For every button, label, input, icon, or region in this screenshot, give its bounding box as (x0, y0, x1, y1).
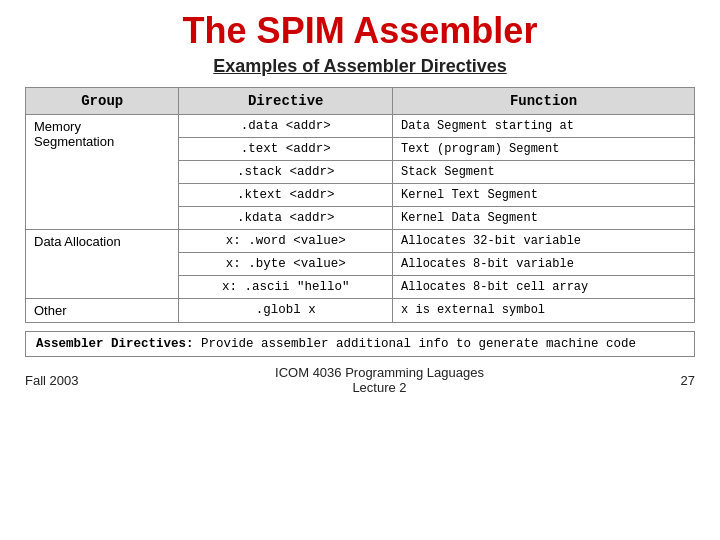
footer-right: 27 (681, 373, 695, 388)
table-row: MemorySegmentation.data <addr>Data Segme… (26, 115, 695, 138)
directive-cell: .text <addr> (179, 138, 393, 161)
directive-cell: .data <addr> (179, 115, 393, 138)
subtitle: Examples of Assembler Directives (213, 56, 506, 77)
main-title: The SPIM Assembler (183, 10, 538, 52)
function-cell: Text (program) Segment (393, 138, 695, 161)
directive-cell: .stack <addr> (179, 161, 393, 184)
group-cell: MemorySegmentation (26, 115, 179, 230)
col-header-group: Group (26, 88, 179, 115)
group-cell: Other (26, 299, 179, 323)
col-header-directive: Directive (179, 88, 393, 115)
col-header-function: Function (393, 88, 695, 115)
note-label: Assembler Directives: (36, 337, 194, 351)
directive-cell: x: .ascii "hello" (179, 276, 393, 299)
note-text: Provide assembler additional info to gen… (194, 337, 637, 351)
function-cell: Allocates 8-bit variable (393, 253, 695, 276)
function-cell: Stack Segment (393, 161, 695, 184)
function-cell: Data Segment starting at (393, 115, 695, 138)
function-cell: Kernel Data Segment (393, 207, 695, 230)
footer: Fall 2003 ICOM 4036 Programming Laguages… (25, 365, 695, 395)
function-cell: x is external symbol (393, 299, 695, 323)
page: The SPIM Assembler Examples of Assembler… (0, 0, 720, 540)
function-cell: Allocates 32-bit variable (393, 230, 695, 253)
directive-cell: x: .byte <value> (179, 253, 393, 276)
table-row: Other.globl xx is external symbol (26, 299, 695, 323)
function-cell: Kernel Text Segment (393, 184, 695, 207)
group-cell: Data Allocation (26, 230, 179, 299)
directive-cell: .ktext <addr> (179, 184, 393, 207)
function-cell: Allocates 8-bit cell array (393, 276, 695, 299)
table-row: Data Allocationx: .word <value>Allocates… (26, 230, 695, 253)
directive-cell: .kdata <addr> (179, 207, 393, 230)
directive-cell: x: .word <value> (179, 230, 393, 253)
footer-center: ICOM 4036 Programming LaguagesLecture 2 (275, 365, 484, 395)
footer-left: Fall 2003 (25, 373, 78, 388)
directives-table: Group Directive Function MemorySegmentat… (25, 87, 695, 323)
note-bar: Assembler Directives: Provide assembler … (25, 331, 695, 357)
directive-cell: .globl x (179, 299, 393, 323)
